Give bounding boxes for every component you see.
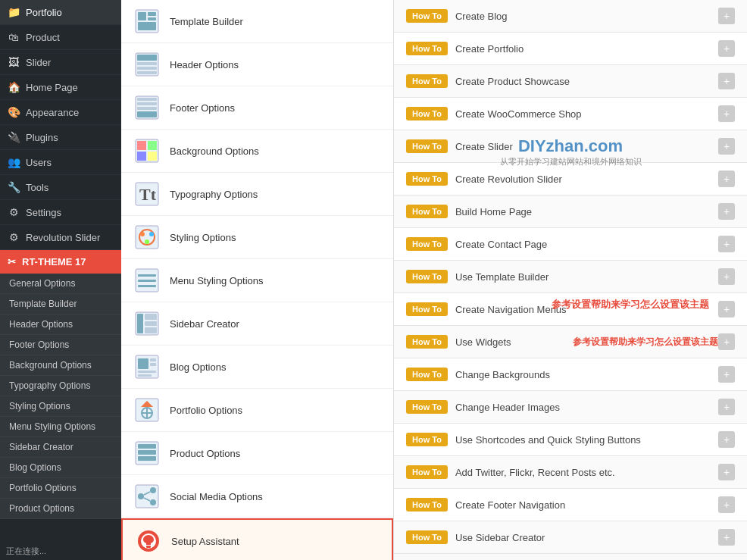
how-to-row-create-navigation-menus[interactable]: How ToCreate Navigation Menus+ [394,293,747,326]
plugins-icon: 🔌 [8,131,20,143]
how-to-row-create-product-showcase[interactable]: How ToCreate Product Showcase+ [394,65,747,98]
sidebar-sub-general-options[interactable]: General Options [0,274,121,294]
svg-rect-33 [145,314,157,320]
expand-button[interactable]: + [718,464,735,480]
sidebar-sub-menu-styling-options[interactable]: Menu Styling Options [0,417,121,437]
svg-rect-38 [150,358,156,361]
how-to-row-create-slider[interactable]: How ToCreate Slider+ [394,130,747,163]
sidebar-item-slider[interactable]: 🖼 Slider [0,50,121,75]
sidebar-item-tools[interactable]: 🔧 Tools [0,175,121,200]
expand-button[interactable]: + [718,73,735,89]
how-to-row-use-shortcodes[interactable]: How ToUse Shortcodes and Quick Styling B… [394,424,747,456]
how-to-text: Change Backgrounds [455,369,718,380]
sidebar-sub-template-builder[interactable]: Template Builder [0,294,121,314]
sidebar-sub-product-options[interactable]: Product Options [0,499,121,519]
menu-item-typography-options[interactable]: Tt Typography Options [121,173,393,216]
svg-rect-7 [137,62,157,65]
how-to-row-create-blog[interactable]: How ToCreate Blog+ [394,0,747,33]
menu-item-sidebar-creator[interactable]: Sidebar Creator [121,302,393,346]
menu-item-social-media-options[interactable]: Social Media Options [121,475,393,518]
sidebar-sub-typography-options[interactable]: Typography Options [0,376,121,396]
how-to-badge: How To [406,498,448,512]
expand-button[interactable]: + [718,301,735,318]
expand-button[interactable]: + [718,171,735,187]
sidebar-item-settings[interactable]: ⚙ Settings [0,200,121,225]
sidebar-sub-sidebar-creator[interactable]: Sidebar Creator [0,437,121,458]
how-to-badge: How To [406,139,448,153]
sidebar-sub-footer-options[interactable]: Footer Options [0,335,121,355]
how-to-badge: How To [406,74,448,88]
svg-rect-29 [138,280,156,282]
sidebar-sub-background-options[interactable]: Background Options [0,355,121,376]
expand-button[interactable]: + [718,203,735,220]
svg-rect-18 [137,152,146,161]
svg-rect-9 [137,71,157,74]
svg-rect-41 [138,374,152,377]
how-to-row-create-footer-navigation[interactable]: How ToCreate Footer Navigation+ [394,489,747,521]
product-main-icon: 🛍 [8,31,20,43]
expand-button[interactable]: + [718,431,735,448]
how-to-row-create-revolution-slider[interactable]: How ToCreate Revolution Slider+ [394,163,747,196]
sidebar-sub-portfolio-options[interactable]: Portfolio Options [0,478,121,499]
portfolio-options-icon [133,396,161,424]
svg-point-24 [140,232,145,236]
how-to-row-create-portfolio[interactable]: How ToCreate Portfolio+ [394,33,747,65]
expand-button[interactable]: + [718,529,735,546]
how-to-row-use-sidebar-creator[interactable]: How ToUse Sidebar Creator+ [394,521,747,554]
svg-rect-1 [138,12,146,20]
svg-rect-50 [138,456,156,461]
sidebar-item-homepage[interactable]: 🏠 Home Page [0,75,121,100]
menu-item-menu-styling-options[interactable]: Menu Styling Options [121,259,393,302]
svg-rect-35 [145,327,157,333]
expand-button[interactable]: + [718,268,735,285]
svg-text:Tt: Tt [139,185,157,204]
expand-button[interactable]: + [718,496,735,513]
sidebar-item-product[interactable]: 🛍 Product [0,25,121,50]
sidebar-item-portfolio[interactable]: 📁 Portfolio [0,0,121,25]
middle-panel: Template Builder Header Options Footer O… [121,0,394,560]
menu-item-background-options[interactable]: Background Options [121,130,393,173]
menu-item-header-options[interactable]: Header Options [121,43,393,86]
menu-item-product-options[interactable]: Product Options [121,432,393,475]
svg-rect-16 [137,141,146,150]
how-to-row-create-woocommerce-shop[interactable]: How ToCreate WooCommerce Shop+ [394,98,747,130]
sidebar-item-revolution-slider[interactable]: ⚙ Revolution Slider [0,225,121,250]
svg-point-26 [145,239,149,244]
how-to-row-change-backgrounds[interactable]: How ToChange Backgrounds+ [394,358,747,391]
sidebar-item-plugins[interactable]: 🔌 Plugins [0,125,121,150]
expand-button[interactable]: + [718,105,735,122]
annotation-text-inline: 参考设置帮助来学习怎么设置该主题 [573,336,718,349]
how-to-row-create-contact-page[interactable]: How ToCreate Contact Page+ [394,228,747,261]
expand-button[interactable]: + [718,8,735,24]
menu-item-blog-options[interactable]: Blog Options [121,346,393,389]
expand-button[interactable]: + [718,236,735,252]
svg-rect-48 [138,444,156,449]
expand-button[interactable]: + [718,333,735,350]
menu-item-setup-assistant[interactable]: Setup Assistant [121,518,393,560]
how-to-row-add-twitter[interactable]: How ToAdd Twitter, Flickr, Recent Posts … [394,456,747,489]
sidebar-item-appearance[interactable]: 🎨 Appearance [0,100,121,125]
right-panel: DIYzhan.com 从零开始学习建站网站和境外网络知识 参考设置帮助来学习怎… [394,0,747,560]
sidebar-item-users[interactable]: 👥 Users [0,150,121,175]
expand-button[interactable]: + [718,40,735,57]
how-to-text: Create Slider [455,141,718,152]
expand-button[interactable]: + [718,399,735,415]
svg-rect-13 [137,107,157,110]
how-to-row-use-template-builder[interactable]: How ToUse Template Builder+ [394,261,747,293]
expand-button[interactable]: + [718,366,735,383]
expand-button[interactable]: + [718,138,735,155]
menu-item-template-builder[interactable]: Template Builder [121,0,393,43]
rt-theme-header[interactable]: ✂ RT-THEME 17 [0,250,121,274]
menu-item-styling-options[interactable]: Styling Options [121,216,393,259]
footer-options-icon [133,94,161,121]
svg-point-53 [150,487,156,493]
sidebar-sub-styling-options[interactable]: Styling Options [0,396,121,417]
menu-item-portfolio-options[interactable]: Portfolio Options [121,389,393,432]
how-to-badge: How To [406,335,448,349]
menu-item-footer-options[interactable]: Footer Options [121,86,393,130]
how-to-row-build-home-page[interactable]: How ToBuild Home Page+ [394,196,747,228]
how-to-row-change-header-images[interactable]: How ToChange Header Images+ [394,391,747,424]
how-to-row-use-widgets[interactable]: How ToUse Widgets参考设置帮助来学习怎么设置该主题+ [394,326,747,358]
sidebar-sub-header-options[interactable]: Header Options [0,314,121,335]
sidebar-sub-blog-options[interactable]: Blog Options [0,458,121,478]
